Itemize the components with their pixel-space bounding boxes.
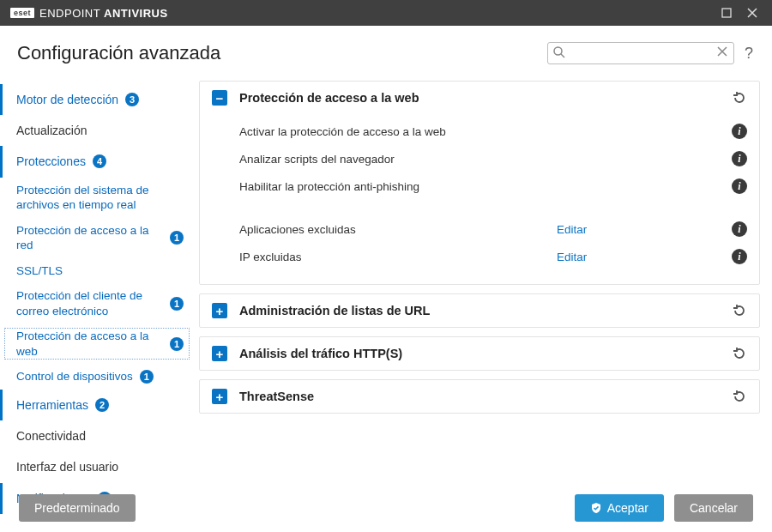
sidebar-item-protections[interactable]: Protecciones 4 (0, 146, 194, 177)
panel-threatsense: + ThreatSense (199, 379, 760, 414)
badge: 1 (170, 297, 184, 311)
sidebar-item-label: SSL/TLS (16, 263, 63, 279)
svg-rect-0 (722, 9, 731, 17)
sidebar-item-label: Protección de acceso a la web (16, 329, 163, 359)
search-input[interactable] (547, 42, 734, 64)
shield-check-icon (590, 502, 602, 514)
expand-icon: + (212, 346, 227, 361)
sidebar-item-label: Interfaz del usuario (16, 459, 118, 475)
sidebar-item-label: Control de dispositivos (16, 369, 133, 384)
sidebar-item-user-interface[interactable]: Interfaz del usuario (0, 451, 194, 482)
expand-icon: + (212, 389, 227, 404)
panel-title: ThreatSense (239, 390, 732, 403)
product-name: ENDPOINT ANTIVIRUS (39, 7, 168, 20)
panel-header-web-access[interactable]: − Protección de acceso a la web (200, 82, 759, 114)
edit-link-excluded-ips[interactable]: Editar (557, 251, 587, 263)
row-scan-browser-scripts: Analizar scripts del navegador i (239, 145, 747, 172)
sidebar: Motor de detección 3 Actualización Prote… (0, 77, 194, 484)
sidebar-item-update[interactable]: Actualización (0, 115, 194, 146)
sidebar-item-network-access[interactable]: Protección de acceso a la red 1 (0, 218, 194, 258)
cancel-button[interactable]: Cancelar (674, 494, 753, 522)
panel-url-lists: + Administración de listas de URL (199, 293, 760, 328)
panel-title: Administración de listas de URL (239, 304, 732, 317)
badge: 3 (125, 93, 139, 106)
row-excluded-apps: Aplicaciones excluidas Editar i (239, 215, 747, 243)
setting-label: Activar la protección de acceso a la web (239, 125, 557, 138)
accept-button[interactable]: Aceptar (575, 494, 664, 522)
badge: 1 (140, 370, 154, 384)
content-area: − Protección de acceso a la web Activar … (194, 77, 772, 484)
svg-point-1 (554, 47, 562, 55)
info-icon[interactable]: i (732, 124, 747, 139)
info-icon[interactable]: i (732, 178, 747, 194)
sidebar-item-detection-engine[interactable]: Motor de detección 3 (0, 84, 194, 115)
row-anti-phishing: Habilitar la protección anti-phishing i (239, 172, 747, 200)
window-close-icon[interactable] (739, 0, 765, 26)
revert-icon[interactable] (732, 303, 747, 318)
panel-body-web-access: Activar la protección de acceso a la web… (200, 114, 759, 284)
revert-icon[interactable] (732, 90, 747, 106)
search-icon (552, 45, 566, 59)
sidebar-item-label: Protección de acceso a la red (16, 223, 163, 253)
revert-icon[interactable] (732, 389, 747, 404)
setting-label: Habilitar la protección anti-phishing (239, 180, 557, 193)
sidebar-item-web-access[interactable]: Protección de acceso a la web 1 (0, 323, 194, 364)
info-icon[interactable]: i (732, 221, 747, 237)
header: Configuración avanzada ? (0, 26, 772, 77)
sidebar-item-label: Motor de detección (16, 92, 118, 107)
panel-header-threatsense[interactable]: + ThreatSense (200, 380, 759, 413)
titlebar: eset ENDPOINT ANTIVIRUS (0, 0, 772, 26)
svg-line-2 (561, 54, 564, 57)
edit-link-excluded-apps[interactable]: Editar (557, 223, 587, 236)
setting-label: IP excluidas (239, 251, 557, 263)
setting-label: Aplicaciones excluidas (239, 223, 557, 236)
panel-header-url-lists[interactable]: + Administración de listas de URL (200, 294, 759, 327)
panel-web-access: − Protección de acceso a la web Activar … (199, 81, 760, 285)
panel-title: Análisis del tráfico HTTP(S) (239, 347, 732, 360)
sidebar-item-connectivity[interactable]: Conectividad (0, 420, 194, 451)
expand-icon: + (212, 303, 227, 318)
sidebar-item-label: Actualización (16, 123, 87, 138)
help-icon[interactable]: ? (745, 45, 753, 63)
sidebar-item-email-client[interactable]: Protección del cliente de correo electró… (0, 283, 194, 323)
info-icon[interactable]: i (732, 249, 747, 264)
default-button[interactable]: Predeterminado (19, 494, 136, 522)
accept-label: Aceptar (607, 501, 648, 515)
badge: 1 (170, 337, 184, 351)
brand-badge: eset (10, 8, 34, 18)
panel-title: Protección de acceso a la web (239, 91, 732, 105)
sidebar-item-label: Protecciones (16, 154, 86, 169)
info-icon[interactable]: i (732, 151, 747, 166)
row-excluded-ips: IP excluidas Editar i (239, 243, 747, 270)
clear-search-icon[interactable] (715, 45, 729, 58)
page-title: Configuración avanzada (17, 42, 220, 64)
sidebar-item-realtime-fs[interactable]: Protección del sistema de archivos en ti… (0, 178, 194, 218)
sidebar-item-label: Protección del cliente de correo electró… (16, 288, 163, 318)
sidebar-item-label: Herramientas (16, 397, 88, 413)
setting-label: Analizar scripts del navegador (239, 153, 557, 166)
sidebar-item-tools[interactable]: Herramientas 2 (0, 390, 194, 420)
badge: 1 (170, 231, 184, 245)
row-enable-web-protection: Activar la protección de acceso a la web… (239, 118, 747, 145)
revert-icon[interactable] (732, 346, 747, 361)
collapse-icon: − (212, 90, 227, 106)
window-maximize-icon[interactable] (714, 0, 739, 26)
sidebar-item-label: Protección del sistema de archivos en ti… (16, 183, 184, 213)
panel-http-analysis: + Análisis del tráfico HTTP(S) (199, 336, 760, 371)
sidebar-item-label: Conectividad (16, 428, 86, 444)
badge: 2 (95, 398, 109, 412)
badge: 4 (93, 154, 106, 168)
search-field[interactable] (547, 42, 734, 64)
panel-header-http-analysis[interactable]: + Análisis del tráfico HTTP(S) (200, 337, 759, 370)
sidebar-item-ssl-tls[interactable]: SSL/TLS (0, 258, 194, 284)
sidebar-item-device-control[interactable]: Control de dispositivos 1 (0, 364, 194, 390)
